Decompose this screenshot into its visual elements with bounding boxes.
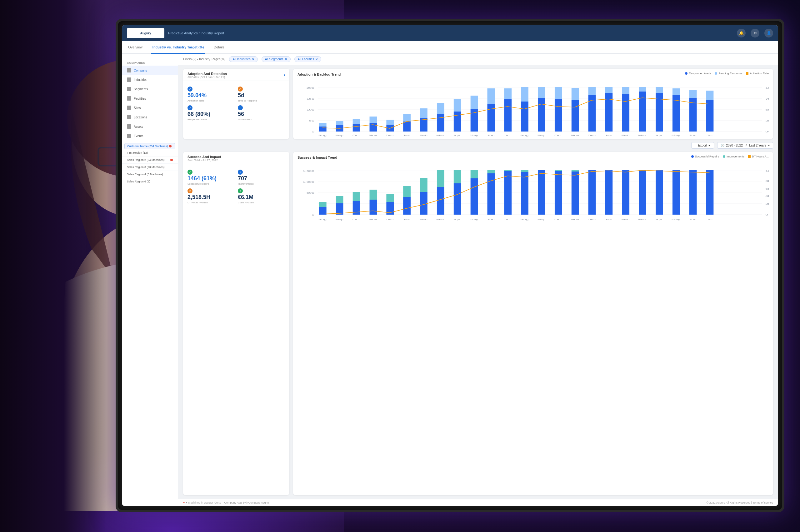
adoption-info-icon[interactable]: ℹ	[284, 74, 285, 77]
date-range-refresh-icon[interactable]: ↺	[745, 144, 747, 147]
customer-name-header: Customer Name (234 Machines)	[127, 145, 168, 148]
svg-text:Mar: Mar	[638, 134, 646, 136]
customer-row-1[interactable]: First Region (12)	[122, 149, 178, 156]
customer-row-3[interactable]: Sales Region 3 (23 Machines)	[122, 164, 178, 171]
chip-close-icon[interactable]: ✕	[252, 57, 254, 61]
kpi-time-respond: ⏱ 5d Time to Respond	[238, 87, 285, 102]
kpi-label-improvements: Improvements	[238, 183, 285, 185]
customer-row-4[interactable]: Sales Region 4 (5 Machines)	[122, 171, 178, 178]
sidebar-item-company[interactable]: Company	[122, 65, 178, 75]
filter-bar: Filters (2) - Industry Target (%) All In…	[178, 54, 778, 65]
notification-icon[interactable]: 🔔	[737, 29, 746, 37]
tab-details[interactable]: Details	[212, 41, 226, 54]
svg-text:500: 500	[306, 191, 315, 194]
success-panel-content: ✓ 1464 (61%) Successful Repairs ↑ 707 Im…	[183, 164, 290, 207]
filter-chip-segments[interactable]: All Segments ✕	[262, 56, 291, 62]
sidebar-label-company: Company	[134, 69, 147, 72]
svg-text:Dec: Dec	[386, 218, 394, 221]
company-icon	[127, 68, 131, 73]
svg-text:Aug: Aug	[520, 218, 529, 221]
svg-text:Jul: Jul	[707, 218, 712, 221]
sidebar-item-assets[interactable]: Assets	[122, 122, 178, 131]
chip-close-icon-3[interactable]: ✕	[315, 57, 318, 61]
svg-text:8M: 8M	[765, 179, 769, 182]
svg-rect-68	[656, 93, 663, 132]
success-chart-legend: Successful Repairs Improvements DT Hours…	[691, 155, 769, 158]
logo-text: Augury	[140, 32, 151, 35]
sidebar-item-sites[interactable]: Sites	[122, 103, 178, 112]
filter-chip-facilities[interactable]: All Facilities ✕	[294, 56, 321, 62]
svg-rect-152	[672, 170, 680, 215]
sidebar-item-events[interactable]: Events	[122, 131, 178, 140]
svg-text:1,500: 1,500	[302, 170, 314, 172]
top-nav: Augury Predictive Analytics / Industry R…	[122, 25, 778, 41]
success-title-group: Success And Impact Sum Total - Jul 27, 2…	[187, 155, 221, 162]
industries-icon	[127, 77, 131, 82]
svg-rect-153	[689, 170, 697, 215]
svg-text:0: 0	[765, 213, 768, 216]
sidebar-label-segments: Segments	[134, 88, 148, 91]
legend-dt-hours-chart: DT Hours A...	[748, 155, 769, 158]
svg-text:Jul: Jul	[707, 134, 712, 136]
success-chart-container: 1,500 1,000 500 0 10M 8M 6M 4M	[293, 162, 773, 225]
kpi-label-responded: Responded Alerts	[187, 118, 235, 121]
sidebar-item-locations[interactable]: Locations	[122, 112, 178, 122]
svg-rect-41	[420, 108, 428, 118]
export-icon: ↑	[695, 144, 697, 147]
user-avatar[interactable]: 👤	[764, 29, 773, 37]
adoption-panel: Adoption And Retention All Dates (Oct 1 …	[183, 69, 290, 139]
svg-rect-121	[370, 200, 377, 215]
svg-text:Apr: Apr	[453, 134, 461, 136]
sidebar-item-segments[interactable]: Segments	[122, 84, 178, 94]
customer-row-5[interactable]: Sales Region 6 (5)	[122, 178, 178, 185]
svg-text:25%: 25%	[765, 119, 769, 122]
svg-rect-131	[454, 183, 461, 215]
svg-rect-119	[353, 201, 360, 215]
svg-text:Jun: Jun	[487, 134, 495, 136]
svg-rect-132	[454, 170, 461, 183]
svg-rect-60	[589, 95, 596, 132]
svg-text:Feb: Feb	[621, 218, 630, 221]
svg-rect-63	[605, 87, 613, 93]
sidebar-label-sites: Sites	[134, 106, 141, 110]
adoption-chart-legend: Responded Alerts Pending Response Activa…	[685, 72, 769, 75]
svg-text:Jun: Jun	[689, 134, 696, 136]
sidebar-item-facilities[interactable]: Facilities	[122, 94, 178, 103]
tab-industry[interactable]: Industry vs. Industry Target (%)	[151, 41, 205, 54]
legend-label-responded: Responded Alerts	[689, 72, 711, 75]
svg-rect-124	[386, 194, 394, 202]
chip-close-icon-2[interactable]: ✕	[285, 57, 287, 61]
export-button[interactable]: ↑ Export ▾	[691, 142, 714, 149]
svg-rect-43	[437, 103, 444, 114]
adoption-panel-subtitle: All Dates (Oct 1 Jan 1 Jan 21)	[187, 76, 227, 79]
svg-text:Jan: Jan	[605, 134, 612, 136]
svg-rect-67	[639, 87, 646, 92]
svg-text:Oct: Oct	[554, 134, 562, 136]
svg-rect-31	[336, 121, 343, 125]
adoption-chart-title: Adoption & Backlog Trend	[298, 73, 341, 76]
sidebar-label-facilities: Facilities	[134, 97, 146, 100]
period-chevron[interactable]: ▾	[768, 144, 770, 147]
kpi-costs-avoided: € €6.1M Costs Avoided	[238, 188, 285, 204]
legend-label-pending: Pending Response	[719, 72, 742, 75]
kpi-value-time: 5d	[238, 92, 285, 99]
tab-overview[interactable]: Overview	[127, 41, 144, 54]
assets-icon	[127, 124, 131, 129]
date-range-selector[interactable]: 🕐 2020 - 2022 ↺ Last 2 Years ▾	[717, 142, 773, 149]
kpi-value-users: 56	[238, 111, 285, 117]
svg-rect-75	[706, 91, 714, 100]
settings-icon[interactable]: ⚙	[751, 29, 759, 37]
svg-rect-126	[403, 186, 411, 197]
svg-rect-116	[319, 202, 327, 207]
filter-chip-industries[interactable]: All Industries ✕	[229, 56, 258, 62]
customer-row-2[interactable]: Sales Region 2 (34 Machines)	[122, 156, 178, 164]
sidebar-item-industries[interactable]: Industries	[122, 75, 178, 84]
success-chart-title: Success & Impact Trend	[298, 156, 337, 159]
kpi-improvements: ↑ 707 Improvements	[238, 170, 285, 185]
sidebar-section-title: Companies	[122, 57, 178, 65]
left-dark-overlay	[0, 0, 106, 532]
svg-text:Sep: Sep	[537, 218, 545, 221]
svg-text:Feb: Feb	[420, 134, 428, 136]
svg-rect-29	[319, 123, 327, 127]
svg-text:Apr: Apr	[453, 218, 461, 221]
